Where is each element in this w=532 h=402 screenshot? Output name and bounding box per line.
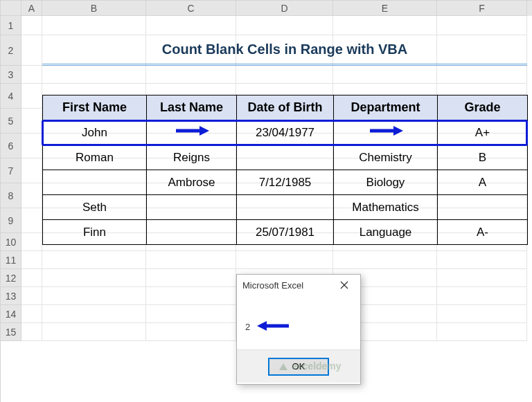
col-header-F[interactable]: F (437, 1, 527, 16)
cell-last-name[interactable]: Ambrose (147, 170, 237, 195)
cell-grade[interactable]: B (438, 145, 528, 170)
msgbox-titlebar[interactable]: Microsoft Excel (237, 275, 360, 295)
select-all-corner[interactable] (1, 1, 21, 16)
row-header-10[interactable]: 10 (1, 233, 21, 251)
msgbox-body: 2 (237, 295, 360, 349)
cell-department[interactable] (334, 120, 438, 145)
cell-last-name[interactable] (147, 120, 237, 145)
cell-dob[interactable] (237, 145, 334, 170)
column-header-row: A B C D E F (1, 1, 532, 16)
th-dob: Date of Birth (237, 95, 334, 120)
row-header-14[interactable]: 14 (1, 305, 21, 323)
row-header-2[interactable]: 2 (1, 35, 21, 66)
cell-first-name[interactable]: John (43, 120, 147, 145)
table-row: Finn 25/07/1981 Language A- (43, 220, 528, 245)
row-header-4[interactable]: 4 (1, 84, 21, 109)
th-first-name: First Name (43, 95, 147, 120)
cell-grade[interactable] (438, 195, 528, 220)
cell-first-name[interactable]: Seth (43, 195, 147, 220)
cell-department[interactable]: Chemistry (334, 145, 438, 170)
row-header-12[interactable]: 12 (1, 269, 21, 287)
col-header-B[interactable]: B (42, 1, 146, 16)
cell-dob[interactable]: 23/04/1977 (237, 120, 334, 145)
cell-last-name[interactable] (147, 195, 237, 220)
msgbox-value: 2 (245, 322, 250, 332)
table-header-row: First Name Last Name Date of Birth Depar… (43, 95, 528, 120)
table-row: John 23/04/1977 A+ (43, 120, 528, 145)
row-header-9[interactable]: 9 (1, 208, 21, 233)
col-header-D[interactable]: D (236, 1, 333, 16)
cell-grade[interactable]: A (438, 170, 528, 195)
cell-grade[interactable]: A+ (438, 120, 528, 145)
msgbox-title-text: Microsoft Excel (242, 280, 303, 291)
cell-dob[interactable]: 25/07/1981 (237, 220, 334, 245)
arrow-left-icon (256, 320, 290, 334)
row-header-8[interactable]: 8 (1, 183, 21, 208)
cell-department[interactable]: Mathematics (334, 195, 438, 220)
cell-grade[interactable]: A- (438, 220, 528, 245)
row-header-6[interactable]: 6 (1, 134, 21, 158)
table-row: Ambrose 7/12/1985 Biology A (43, 170, 528, 195)
table-row: Roman Reigns Chemistry B (43, 145, 528, 170)
row-header-15[interactable]: 15 (1, 323, 21, 341)
cell-dob[interactable]: 7/12/1985 (237, 170, 334, 195)
row-header-11[interactable]: 11 (1, 251, 21, 269)
cell-department[interactable]: Biology (334, 170, 438, 195)
svg-marker-1 (200, 126, 209, 136)
row-header-13[interactable]: 13 (1, 287, 21, 305)
cell-last-name[interactable]: Reigns (147, 145, 237, 170)
page-title: Count Blank Cells in Range with VBA (42, 35, 527, 66)
col-header-A[interactable]: A (21, 1, 42, 16)
cell-department[interactable]: Language (334, 220, 438, 245)
cell-last-name[interactable] (147, 220, 237, 245)
svg-marker-3 (393, 126, 403, 136)
svg-marker-7 (257, 321, 267, 331)
spreadsheet: A B C D E F 123456789101112131415 Count … (0, 0, 532, 402)
data-table: First Name Last Name Date of Birth Depar… (42, 95, 528, 245)
arrow-right-icon (369, 125, 403, 140)
msgbox-footer: OK (237, 349, 360, 383)
row-header-5[interactable]: 5 (1, 109, 21, 134)
th-grade: Grade (438, 95, 528, 120)
row-header-1[interactable]: 1 (1, 16, 21, 35)
col-header-C[interactable]: C (146, 1, 236, 16)
th-last-name: Last Name (147, 95, 237, 120)
cell-first-name[interactable]: Roman (43, 145, 147, 170)
row-header-7[interactable]: 7 (1, 158, 21, 183)
message-box: Microsoft Excel 2 OK (236, 274, 361, 385)
row-header-3[interactable]: 3 (1, 66, 21, 84)
table-row: Seth Mathematics (43, 195, 528, 220)
cell-first-name[interactable] (43, 170, 147, 195)
ok-button[interactable]: OK (268, 358, 329, 376)
cell-first-name[interactable]: Finn (43, 220, 147, 245)
th-department: Department (334, 95, 438, 120)
row-header-column: 123456789101112131415 (1, 16, 21, 341)
arrow-right-icon (175, 125, 209, 140)
col-header-E[interactable]: E (333, 1, 437, 16)
cell-dob[interactable] (237, 195, 334, 220)
close-icon[interactable] (334, 277, 355, 293)
